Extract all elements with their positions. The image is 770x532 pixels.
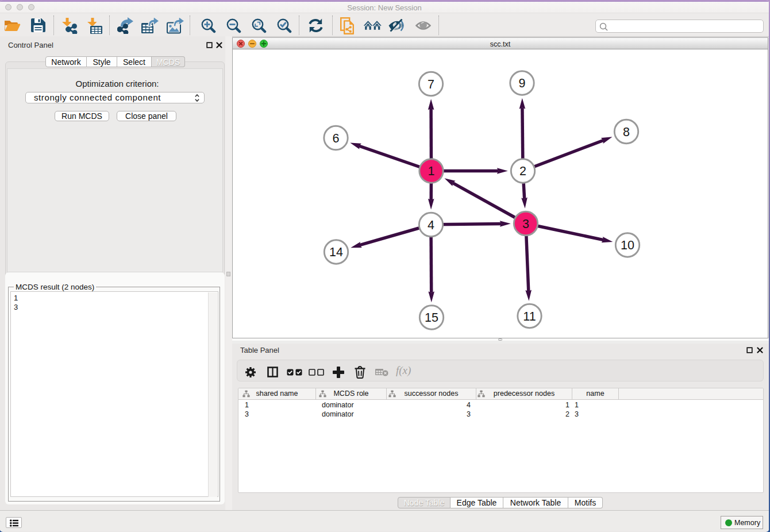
svg-text:6: 6 <box>333 132 340 145</box>
svg-text:9: 9 <box>519 76 526 90</box>
svg-text:10: 10 <box>621 238 634 252</box>
svg-text:1: 1 <box>428 164 435 178</box>
svg-text:4: 4 <box>428 218 434 232</box>
svg-text:8: 8 <box>623 125 630 139</box>
svg-text:11: 11 <box>523 310 536 323</box>
svg-text:3: 3 <box>522 217 529 231</box>
svg-text:7: 7 <box>428 78 434 91</box>
svg-text:14: 14 <box>329 245 343 259</box>
svg-text:15: 15 <box>425 311 438 325</box>
svg-text:2: 2 <box>519 164 526 178</box>
